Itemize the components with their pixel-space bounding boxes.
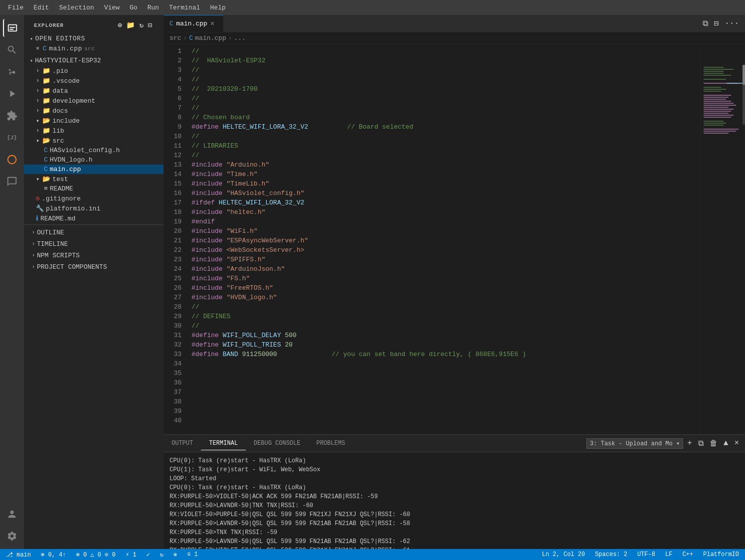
outline-section[interactable]: › OUTLINE <box>24 227 164 238</box>
tab-terminal[interactable]: TERMINAL <box>201 437 246 450</box>
file-gitignore[interactable]: ⎋ .gitignore <box>24 193 164 203</box>
new-folder-icon[interactable]: 📁 <box>125 20 136 30</box>
refresh-icon[interactable]: ↻ <box>138 20 145 30</box>
status-lines[interactable]: ≡ 1 <box>185 551 200 558</box>
folder-docs[interactable]: › 📁 docs <box>24 106 164 116</box>
terminal-content[interactable]: CPU(0): Task (re)start - HasTRX (LoRa)CP… <box>164 452 745 549</box>
code-token: #endif <box>191 217 215 226</box>
code-token: "Time.h" <box>226 170 257 179</box>
menu-terminal[interactable]: Terminal <box>165 3 204 12</box>
folder-vscode[interactable]: › 📁 .vscode <box>24 76 164 86</box>
terminal-task-selector[interactable]: 3: Task - Upload and Mo ▾ <box>586 438 683 449</box>
svg-rect-22 <box>704 115 734 116</box>
menu-view[interactable]: View <box>100 3 124 12</box>
open-editors-chevron: ▾ <box>30 36 33 42</box>
svg-rect-13 <box>704 97 729 98</box>
status-check[interactable]: ✓ <box>144 551 152 559</box>
project-components-section[interactable]: › PROJECT COMPONENTS <box>24 261 164 273</box>
timeline-section[interactable]: › TIMELINE <box>24 238 164 250</box>
status-sync[interactable]: ⊗ 0, 4↑ <box>39 551 68 559</box>
menu-help[interactable]: Help <box>206 3 229 12</box>
file-readme[interactable]: ≡ README <box>24 184 164 193</box>
code-token: // <box>191 94 199 103</box>
menu-go[interactable]: Go <box>126 3 142 12</box>
tab-problems[interactable]: PROBLEMS <box>308 437 353 450</box>
kill-terminal-icon[interactable]: 🗑 <box>708 438 720 449</box>
code-token: <WebSocketsServer.h> <box>226 245 304 255</box>
tab-debug-console[interactable]: DEBUG CONSOLE <box>246 437 309 450</box>
new-file-icon[interactable]: ⊕ <box>117 20 123 30</box>
tab-main-cpp[interactable]: C main.cpp × <box>164 15 223 32</box>
split-editor-icon[interactable]: ⧉ <box>701 18 710 29</box>
code-token: #include <box>191 264 226 274</box>
chevron-right-icon-4: › <box>36 97 39 104</box>
platformio-activity-icon[interactable] <box>3 151 21 169</box>
code-line: #include "SPIFFS.h" <box>191 255 700 264</box>
menu-selection[interactable]: Selection <box>55 3 98 12</box>
status-errors[interactable]: ⊗ 0 △ 0 ⊘ 0 <box>74 551 117 559</box>
close-file-icon[interactable]: × <box>36 45 40 52</box>
folder-data[interactable]: › 📁 data <box>24 86 164 96</box>
code-token: WIFI_POLL_DELAY <box>222 331 281 340</box>
terminal-panel: OUTPUT TERMINAL DEBUG CONSOLE PROBLEMS 3… <box>164 434 745 549</box>
line-number: 9 <box>164 122 182 132</box>
code-line: #ifdef HELTEC_WIFI_LORA_32_V2 <box>191 198 700 207</box>
folder-src[interactable]: ▾ 📂 src <box>24 136 164 146</box>
menu-run[interactable]: Run <box>143 3 163 12</box>
file-platformio-ini[interactable]: 🔧 platformio.ini <box>24 203 164 213</box>
menu-file[interactable]: File <box>4 3 27 12</box>
file-readme-md[interactable]: ℹ README.md <box>24 213 164 223</box>
line-number: 4 <box>164 75 182 84</box>
file-main-cpp[interactable]: C main.cpp <box>24 165 164 174</box>
status-tasks[interactable]: ⚡ 1 <box>124 551 139 559</box>
open-editor-main-cpp[interactable]: × C main.cpp src <box>24 44 164 53</box>
account-activity-icon[interactable] <box>3 505 21 523</box>
file-gitignore-label: .gitignore <box>42 195 81 202</box>
collapse-icon[interactable]: ⊟ <box>147 20 154 30</box>
json-activity-icon[interactable]: {J} <box>3 129 21 147</box>
menu-edit[interactable]: Edit <box>29 3 53 12</box>
status-plus[interactable]: ⊕ <box>172 551 179 559</box>
svg-rect-20 <box>704 111 731 112</box>
status-cursor[interactable]: Ln 2, Col 20 <box>540 551 587 558</box>
run-debug-activity-icon[interactable] <box>3 85 21 103</box>
status-encoding[interactable]: UTF-8 <box>635 551 657 558</box>
project-header[interactable]: ▾ HASTYVIOLET-ESP32 <box>24 55 164 66</box>
split-terminal-icon[interactable]: ⧉ <box>696 438 706 449</box>
status-platformio[interactable]: PlatformIO <box>701 551 741 558</box>
file-hasviolet-config[interactable]: C HASviolet_config.h <box>24 146 164 155</box>
chat-activity-icon[interactable] <box>3 173 21 190</box>
open-editors-header[interactable]: ▾ OPEN EDITORS <box>24 33 164 44</box>
folder-lib[interactable]: › 📁 lib <box>24 126 164 136</box>
settings-activity-icon[interactable] <box>3 527 21 545</box>
breadcrumb-ellipsis[interactable]: ... <box>234 34 245 42</box>
tab-close-button[interactable]: × <box>210 20 214 28</box>
toggle-panel-icon[interactable]: ⊟ <box>712 17 721 29</box>
sidebar-scroll[interactable]: ▾ OPEN EDITORS × C main.cpp src ▾ HASTYV… <box>24 32 164 549</box>
status-spaces[interactable]: Spaces: 2 <box>593 551 629 558</box>
code-token: // LIBRARIES <box>191 141 238 151</box>
breadcrumb-filename[interactable]: main.cpp <box>195 34 226 42</box>
code-content[interactable]: //// HASviolet-ESP32////// 20210320-1700… <box>186 44 700 434</box>
folder-include[interactable]: ▾ 📂 include <box>24 116 164 126</box>
close-panel-icon[interactable]: × <box>732 438 741 449</box>
maximize-panel-icon[interactable]: ▲ <box>722 438 731 449</box>
source-control-activity-icon[interactable] <box>3 63 21 81</box>
status-language[interactable]: C++ <box>680 551 695 558</box>
folder-pio[interactable]: › 📁 .pio <box>24 66 164 76</box>
add-terminal-icon[interactable]: + <box>685 438 694 449</box>
folder-development[interactable]: › 📁 development <box>24 96 164 106</box>
search-activity-icon[interactable] <box>3 41 21 59</box>
more-actions-icon[interactable]: ··· <box>723 18 741 29</box>
svg-rect-18 <box>704 107 729 108</box>
extensions-activity-icon[interactable] <box>3 107 21 125</box>
status-refresh[interactable]: ↻ <box>158 551 166 559</box>
npm-scripts-section[interactable]: › NPM SCRIPTS <box>24 250 164 261</box>
status-line-ending[interactable]: LF <box>663 551 674 558</box>
breadcrumb-src[interactable]: src <box>170 34 181 42</box>
file-hvdn-logo[interactable]: C HVDN_logo.h <box>24 155 164 165</box>
folder-test[interactable]: ▾ 📂 test <box>24 174 164 184</box>
explorer-activity-icon[interactable] <box>3 19 21 37</box>
status-branch[interactable]: ⎇ main <box>4 551 33 559</box>
tab-output[interactable]: OUTPUT <box>164 437 201 450</box>
